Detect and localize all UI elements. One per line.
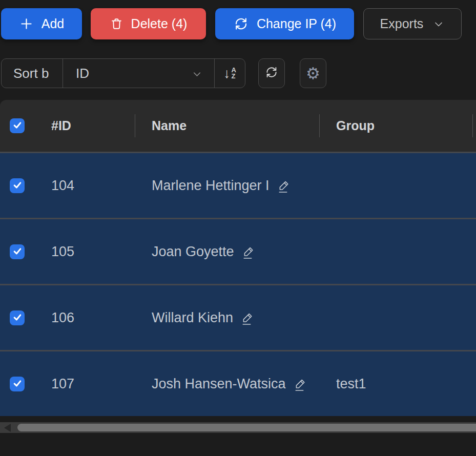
refresh-icon [264, 65, 279, 81]
row-name: Joan Goyette [152, 244, 234, 260]
trash-icon [110, 17, 123, 31]
row-id: 106 [41, 310, 135, 326]
table-header-row: #ID Name Group [0, 100, 476, 152]
plus-icon [19, 16, 34, 31]
row-checkbox[interactable] [10, 178, 25, 193]
table-row[interactable]: 106 Willard Kiehn [0, 284, 476, 350]
pen-underline-icon[interactable] [294, 378, 307, 392]
checkmark-icon [12, 376, 23, 392]
row-checkbox[interactable] [10, 310, 25, 325]
row-name: Willard Kiehn [152, 310, 233, 326]
checkmark-icon [12, 178, 23, 194]
chevron-down-icon [191, 68, 203, 84]
row-id: 107 [41, 376, 135, 392]
column-header-group: Group [319, 100, 472, 152]
checkmark-icon [12, 118, 23, 133]
toolbar: Add Delete (4) Change IP (4) Exports [1, 8, 462, 39]
horizontal-scrollbar[interactable] [0, 422, 476, 433]
add-button[interactable]: Add [1, 8, 82, 39]
checkmark-icon [12, 244, 23, 260]
table-row[interactable]: 104 Marlene Hettinger I [0, 152, 476, 218]
change-ip-button[interactable]: Change IP (4) [215, 8, 354, 39]
row-checkbox[interactable] [10, 377, 25, 391]
row-id: 105 [41, 244, 135, 260]
sort-field-value: ID [76, 66, 89, 81]
settings-button[interactable]: ⚙ [300, 58, 326, 88]
row-name: Josh Hansen-Watsica [152, 376, 286, 392]
add-button-label: Add [42, 16, 64, 31]
change-ip-button-label: Change IP (4) [257, 16, 336, 31]
pen-underline-icon[interactable] [277, 179, 291, 194]
column-header-name: Name [135, 100, 319, 152]
sort-group: Sort b ID ↓ AZ [1, 58, 245, 88]
data-table: #ID Name Group 104 Marlene Hettinger I [0, 100, 476, 416]
exports-button[interactable]: Exports [363, 8, 462, 39]
sort-by-label: Sort b [2, 59, 63, 88]
row-group: test1 [319, 376, 472, 392]
refresh-button[interactable] [258, 58, 285, 88]
pen-underline-icon[interactable] [242, 245, 255, 260]
sort-bar: Sort b ID ↓ AZ ⚙ [1, 58, 326, 88]
select-all-checkbox[interactable] [10, 118, 25, 133]
exports-button-label: Exports [380, 16, 424, 31]
sort-direction-button[interactable]: ↓ AZ [215, 59, 245, 88]
checkmark-icon [12, 310, 23, 326]
scrollbar-thumb[interactable] [17, 424, 476, 431]
pen-underline-icon[interactable] [241, 312, 254, 326]
chevron-down-icon [432, 18, 445, 30]
delete-button-label: Delete (4) [131, 16, 188, 31]
table-row[interactable]: 107 Josh Hansen-Watsica test1 [0, 350, 476, 416]
sort-az-ascending-icon: ↓ AZ [223, 67, 236, 80]
gear-icon: ⚙ [306, 66, 320, 81]
row-checkbox[interactable] [10, 244, 25, 259]
sort-field-select[interactable]: ID [63, 59, 215, 88]
triangle-left-icon[interactable] [4, 424, 11, 432]
column-header-id: #ID [41, 100, 135, 152]
row-id: 104 [41, 178, 135, 194]
row-name: Marlene Hettinger I [152, 178, 270, 194]
sync-icon [233, 16, 249, 32]
delete-button[interactable]: Delete (4) [91, 8, 206, 39]
column-header-extra [472, 100, 476, 152]
table-row[interactable]: 105 Joan Goyette [0, 218, 476, 284]
